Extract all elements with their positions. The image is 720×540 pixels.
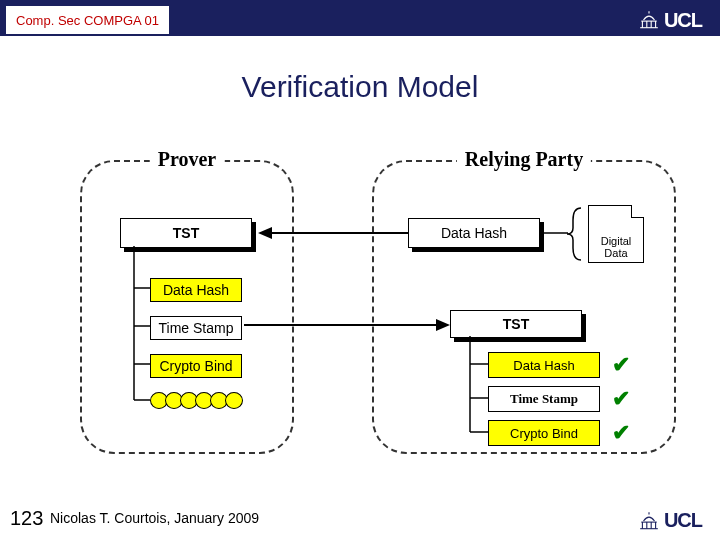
course-code: Comp. Sec COMPGA 01 <box>6 6 169 34</box>
check-mark-icon: ✔ <box>612 352 630 378</box>
prover-crypto-bind-box: Crypto Bind <box>150 354 242 378</box>
bracket-to-hash-line <box>540 228 568 238</box>
check-row-crypto-bind: Crypto Bind ✔ <box>488 420 630 446</box>
footer-logo: UCL <box>638 509 702 532</box>
check-box-time-stamp: Time Stamp <box>488 386 600 412</box>
prover-tst-box: TST <box>120 218 252 248</box>
relying-label: Relying Party <box>457 148 591 171</box>
check-mark-icon: ✔ <box>612 420 630 446</box>
check-row-data-hash: Data Hash ✔ <box>488 352 630 378</box>
header-logo: UCL <box>638 6 702 34</box>
svg-marker-18 <box>258 227 272 239</box>
prover-state-circles <box>150 392 240 409</box>
page-number: 123 <box>10 507 43 530</box>
check-mark-icon: ✔ <box>612 386 630 412</box>
check-box-data-hash: Data Hash <box>488 352 600 378</box>
check-row-time-stamp: Time Stamp ✔ <box>488 386 630 412</box>
prover-label: Prover <box>150 148 225 171</box>
prover-group: Prover <box>80 160 294 454</box>
slide-title: Verification Model <box>0 70 720 104</box>
relying-data-hash-box: Data Hash <box>408 218 540 248</box>
arrow-datahash-to-tst <box>258 224 408 242</box>
prover-connectors <box>120 246 160 416</box>
ucl-dome-icon <box>638 512 660 530</box>
footer-logo-text: UCL <box>664 509 702 532</box>
digital-data-doc-label: Digital Data <box>601 235 632 259</box>
bracket-icon <box>565 204 585 264</box>
prover-time-stamp-box: Time Stamp <box>150 316 242 340</box>
arrow-timestamp-to-tst <box>244 316 450 334</box>
header-logo-text: UCL <box>664 9 702 32</box>
prover-data-hash-box: Data Hash <box>150 278 242 302</box>
ucl-dome-icon <box>638 11 660 29</box>
svg-marker-20 <box>436 319 450 331</box>
author-line: Nicolas T. Courtois, January 2009 <box>50 510 259 526</box>
check-box-crypto-bind: Crypto Bind <box>488 420 600 446</box>
relying-connectors <box>458 336 498 436</box>
digital-data-doc: Digital Data <box>588 205 644 263</box>
relying-tst-box: TST <box>450 310 582 338</box>
